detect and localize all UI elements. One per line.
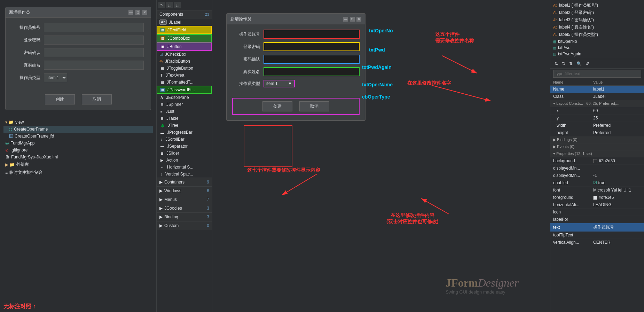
tree-item-external[interactable]: ▶ 📁 外部库	[3, 161, 153, 169]
prop-item-txtOperNo[interactable]: ▤ txtOperNo	[553, 38, 641, 45]
comp-jprogressbar[interactable]: ▬ JProgressBar	[157, 129, 212, 136]
prop-row-toolTipText[interactable]: toolTipText	[550, 232, 644, 239]
comp-jlist[interactable]: ≡ JList	[157, 108, 212, 115]
prop-row-verticalAlign[interactable]: verticalAlign... CENTER	[550, 239, 644, 246]
comp-jtogglebutton[interactable]: ▤ JToggleButton	[157, 65, 212, 72]
prop-item-label5[interactable]: Ab label5 ("操作员类型")	[553, 31, 641, 38]
center-cancel-button[interactable]: 取消	[299, 101, 329, 111]
comp-jspinner[interactable]: ⊞ JSpinner	[157, 101, 212, 108]
center-input-operNo[interactable]	[264, 30, 360, 39]
prop-item-label1[interactable]: Ab label1 ("操作员账号")	[553, 2, 641, 9]
prop-row-class[interactable]: Class JLabel	[550, 93, 644, 100]
jcheckbox-text: JCheckBox	[165, 52, 186, 57]
section-binding[interactable]: ▶ Binding 3	[157, 212, 212, 221]
prop-row-labelFor[interactable]: labelFor	[550, 216, 644, 223]
center-input-pwdConfirm[interactable]	[264, 55, 360, 64]
prop-item-label2[interactable]: Ab label2 ("登录密码")	[553, 9, 641, 16]
section-custom[interactable]: ▶ Custom 0	[157, 221, 212, 230]
prop-sort2-button[interactable]: ⇅	[560, 61, 567, 67]
comp-jeditorpane[interactable]: A JEditorPane	[157, 94, 212, 101]
input-operNo[interactable]	[44, 23, 144, 32]
prop-item-label3[interactable]: Ab label3 ("密码确认")	[553, 16, 641, 24]
tree-item-temp[interactable]: ≡ 临时文件和控制台	[3, 169, 153, 177]
comp-jradiobutton[interactable]: ◎ JRadioButton	[157, 58, 212, 65]
tree-item-createOperFrame[interactable]: ◎ CreateOperFrame	[3, 126, 153, 133]
comp-jseparator[interactable]: — JSeparator	[157, 143, 212, 150]
minimize-button[interactable]: —	[128, 10, 133, 15]
prop-undo-button[interactable]: ↺	[584, 61, 590, 67]
comp-jtable[interactable]: ⊞ JTable	[157, 115, 212, 122]
filter-input[interactable]	[553, 70, 641, 78]
prop-sort3-button[interactable]: ⇅	[568, 61, 574, 67]
section-windows[interactable]: ▶ Windows 6	[157, 186, 212, 195]
prop-item-label4[interactable]: Ab label4 ("真实姓名")	[553, 24, 641, 31]
prop-row-horizontalAli[interactable]: horizontalAli... LEADING	[550, 201, 644, 209]
comp-jtextfield[interactable]: ▤ JTextField	[157, 26, 212, 34]
comp-jscrollbar[interactable]: ↕ JScrollBar	[157, 136, 212, 143]
jtable-badge: ⊞	[159, 116, 164, 121]
section-menus[interactable]: ▶ Menus 7	[157, 195, 212, 204]
section-jgoodies[interactable]: ▶ JGoodies 3	[157, 204, 212, 212]
center-input-pwd[interactable]	[264, 42, 360, 51]
create-button[interactable]: 创建	[45, 94, 75, 104]
section-containers[interactable]: ▶ Containers 9	[157, 178, 212, 186]
comp-jtextarea[interactable]: T JTextArea	[157, 72, 212, 79]
prop-sort-button[interactable]: ⇅	[553, 61, 559, 67]
comp-jtree[interactable]: 🌲 JTree	[157, 122, 212, 129]
input-pwd[interactable]	[44, 36, 144, 45]
left-dialog-body: 操作员账号 登录密码 密码确认 真实姓名 操作员类型 item 1	[6, 18, 151, 91]
prop-row-icon[interactable]: icon	[550, 209, 644, 216]
prop-row-text[interactable]: text 操作员账号	[550, 223, 644, 232]
choose-bean-button[interactable]: ⬚	[174, 2, 181, 8]
tree-item-view[interactable]: ▾ 📁 view	[3, 119, 153, 126]
prop-row-y[interactable]: y 25	[550, 115, 644, 122]
prop-search-button[interactable]: 🔍	[575, 61, 583, 67]
cancel-button[interactable]: 取消	[82, 94, 112, 104]
comp-jlabel[interactable]: Ab JLabel	[157, 18, 212, 26]
center-minimize-button[interactable]: —	[343, 17, 348, 22]
comp-jcheckbox[interactable]: ☑ JCheckBox	[157, 51, 212, 58]
tree-item-gitignore[interactable]: ⊘ .gitignore	[3, 147, 153, 154]
comp-hspace[interactable]: ↔ Horizontal S...	[157, 164, 212, 171]
marquee-select-button[interactable]: ⬚	[166, 2, 173, 8]
prop-item-txtPwdAgain[interactable]: ▤ txtPwdAgain	[553, 51, 641, 57]
prop-row-x[interactable]: x 60	[550, 107, 644, 115]
input-pwdConfirm[interactable]	[44, 48, 144, 57]
comp-jslider[interactable]: ⊟ JSlider	[157, 150, 212, 157]
comp-jbutton[interactable]: ▣ JButton	[157, 42, 212, 51]
prop-row-font[interactable]: font Microsoft YaHei UI 1	[550, 187, 644, 194]
prop-row-height[interactable]: height Preferred	[550, 129, 644, 136]
tree-item-fundMgrApp[interactable]: ◎ FundMgrApp	[3, 140, 153, 147]
center-buttons-wrapper: 创建 取消	[232, 98, 360, 115]
comp-jformattedtf[interactable]: ▤ JFormattedT...	[157, 79, 212, 86]
close-button[interactable]: ×	[142, 10, 147, 15]
maximize-button[interactable]: □	[135, 10, 140, 15]
java-icon: ◎	[9, 127, 12, 132]
prop-row-foreground[interactable]: foreground #dfe1e5	[550, 194, 644, 201]
annotation-modify-name-here: 在这里修改控件名字	[407, 80, 451, 86]
input-realname[interactable]	[44, 61, 144, 70]
tree-item-iml[interactable]: 🖹 FundMgrSys-JiaoXue.iml	[3, 154, 153, 161]
comp-vspace[interactable]: ↕ Vertical Spac...	[157, 171, 212, 178]
prop-row-background[interactable]: background #2b2d30	[550, 157, 644, 165]
prop-row-name[interactable]: Name label1	[550, 86, 644, 93]
select-type[interactable]: item 1	[44, 73, 67, 82]
prop-row-displayedMn1[interactable]: displayedMn...	[550, 165, 644, 172]
prop-row-width[interactable]: width Preferred	[550, 122, 644, 129]
prop-row-enabled[interactable]: enabled ☑ true	[550, 179, 644, 187]
prop-row-displayedMn2[interactable]: displayedMn... -1	[550, 172, 644, 179]
center-input-realname[interactable]	[264, 67, 360, 76]
center-create-button[interactable]: 创建	[262, 101, 292, 111]
comp-action[interactable]: ▶ Action	[157, 157, 212, 164]
prop-width-label: width	[550, 122, 590, 129]
action-badge: ▶	[159, 158, 164, 163]
prop-item-txtPwd[interactable]: ▤ txtPwd	[553, 45, 641, 51]
prop-height-value: Preferred	[590, 129, 644, 136]
empty-red-box	[244, 125, 292, 167]
center-close-button[interactable]: ×	[356, 17, 361, 22]
comp-jpasswordfield[interactable]: ▤ JPasswordFi...	[157, 86, 212, 94]
center-maximize-button[interactable]: □	[350, 17, 355, 22]
tree-item-createOperFrameJfd[interactable]: 🖼 CreateOperFrame.jfd	[3, 133, 153, 140]
comp-jcombobox[interactable]: ▤ JComboBox	[157, 34, 212, 42]
selection-mode-button[interactable]: ↖	[158, 2, 165, 8]
